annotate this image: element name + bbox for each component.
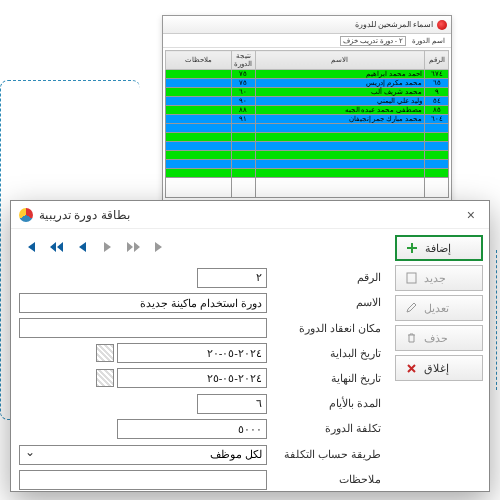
plus-icon	[405, 241, 419, 255]
id-label: الرقم	[273, 271, 381, 284]
dialog-icon	[19, 208, 33, 222]
location-label: مكان انعقاد الدورة	[273, 322, 381, 335]
cost-label: تكلفة الدورة	[273, 422, 381, 435]
action-sidebar: إضافة جديد تعديل حذف إغلاق	[389, 229, 489, 491]
svg-rect-0	[407, 273, 416, 283]
duration-field[interactable]	[197, 394, 267, 414]
new-label: جديد	[424, 272, 446, 285]
table-row[interactable]	[166, 169, 449, 178]
table-row[interactable]	[166, 160, 449, 169]
close-label: إغلاق	[424, 362, 449, 375]
delete-button[interactable]: حذف	[395, 325, 483, 351]
calendar-icon[interactable]	[96, 344, 114, 362]
bgwin-title: اسماء المرشحين للدورة	[355, 20, 433, 29]
table-row[interactable]: ٨٥مصطفى محمد عبده الجبه٨٨	[166, 106, 449, 115]
table-row[interactable]	[166, 142, 449, 151]
course-combo[interactable]: ٢ - دورة تدريب خزف	[340, 36, 406, 46]
table-row[interactable]	[166, 133, 449, 142]
calendar-icon[interactable]	[96, 369, 114, 387]
edit-label: تعديل	[424, 302, 449, 315]
notes-field[interactable]	[19, 470, 267, 490]
table-row[interactable]	[166, 151, 449, 160]
last-icon[interactable]	[149, 237, 171, 257]
col-result: نتيجة الدورة	[231, 51, 255, 70]
table-row[interactable]: ٥٤وليد علي اليمني٩٠	[166, 97, 449, 106]
trash-icon	[404, 331, 418, 345]
cost-method-label: طريقة حساب التكلفة	[273, 448, 381, 461]
start-date-label: تاريخ البداية	[273, 347, 381, 360]
start-date-field[interactable]	[117, 343, 267, 363]
first-icon[interactable]	[19, 237, 41, 257]
prev-icon[interactable]	[71, 237, 93, 257]
next-icon[interactable]	[97, 237, 119, 257]
training-card-dialog: بطاقة دورة تدريبية × إضافة جديد تعديل حذ…	[10, 200, 490, 492]
dialog-title: بطاقة دورة تدريبية	[39, 208, 130, 222]
location-field[interactable]	[19, 318, 267, 338]
col-num: الرقم	[425, 51, 449, 70]
duration-label: المدة بالأيام	[273, 397, 381, 410]
table-row[interactable]: ٦٠٤محمد مبارك جمر إنجيفان٩١	[166, 115, 449, 124]
table-row[interactable]: ٩محمد شريف ألب٦٠	[166, 88, 449, 97]
file-icon	[404, 271, 418, 285]
add-button[interactable]: إضافة	[395, 235, 483, 261]
end-date-label: تاريخ النهاية	[273, 372, 381, 385]
record-navigator	[19, 233, 381, 267]
cost-field[interactable]	[117, 419, 267, 439]
next-fast-icon[interactable]	[123, 237, 145, 257]
pencil-icon	[404, 301, 418, 315]
notes-label: ملاحظات	[273, 473, 381, 486]
prev-fast-icon[interactable]	[45, 237, 67, 257]
end-date-field[interactable]	[117, 368, 267, 388]
trainees-table: الرقم الاسم نتيجة الدورة ملاحظات ٦٧٤احمد…	[165, 50, 449, 198]
cost-method-select[interactable]	[19, 445, 267, 465]
close-icon[interactable]: ×	[461, 205, 481, 225]
table-row[interactable]: ٦٥محمد مكرم إدريس٧٥	[166, 79, 449, 88]
filter-label: اسم الدورة	[412, 37, 445, 45]
name-field[interactable]	[19, 293, 267, 313]
delete-label: حذف	[424, 332, 448, 345]
col-name: الاسم	[255, 51, 424, 70]
id-field[interactable]	[197, 268, 267, 288]
table-row[interactable]: ٦٧٤احمد محمد ابراهيم٧٥	[166, 70, 449, 79]
x-icon	[404, 361, 418, 375]
close-button[interactable]: إغلاق	[395, 355, 483, 381]
edit-button[interactable]: تعديل	[395, 295, 483, 321]
new-button[interactable]: جديد	[395, 265, 483, 291]
app-icon	[437, 20, 447, 30]
name-label: الاسم	[273, 296, 381, 309]
table-row[interactable]	[166, 124, 449, 133]
add-label: إضافة	[425, 242, 451, 255]
table-row[interactable]	[166, 178, 449, 198]
col-notes: ملاحظات	[166, 51, 232, 70]
